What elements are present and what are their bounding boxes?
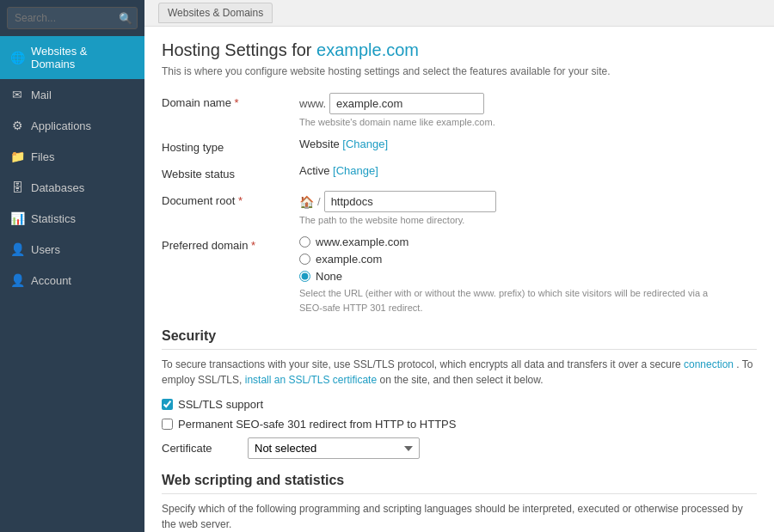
page-title-prefix: Hosting Settings for [162,40,316,59]
preferred-domain-www-radio[interactable] [299,236,310,248]
website-status-value: Active [Change] [299,164,757,177]
document-root-label: Document root * [162,191,299,207]
website-status-row: Website status Active [Change] [162,164,757,180]
search-icon: 🔍 [119,12,132,25]
sidebar-item-mail[interactable]: ✉ Mail [0,79,144,110]
home-icon: 🏠 [299,195,314,209]
sidebar-item-websites-label: Websites & Domains [31,45,134,70]
sidebar-item-users-label: Users [31,243,60,256]
account-icon: 👤 [10,273,24,287]
hosting-type-value: Website [Change] [299,138,757,150]
content-area: Hosting Settings for example.com This is… [144,27,774,532]
sidebar-item-websites[interactable]: 🌐 Websites & Domains [0,36,144,79]
sidebar-item-mail-label: Mail [31,89,52,101]
sidebar-item-statistics[interactable]: 📊 Statistics [0,203,144,234]
docroot-input[interactable] [324,191,496,212]
sidebar: 🔍 🌐 Websites & Domains ✉ Mail ⚙ Applicat… [0,0,144,532]
hosting-type-label: Hosting type [162,138,299,154]
ssl-support-row: SSL/TLS support [162,398,757,411]
chart-icon: 📊 [10,211,24,225]
domain-input[interactable] [329,93,484,114]
ssl-label: SSL/TLS support [178,398,263,411]
globe-icon: 🌐 [10,51,24,64]
preferred-domain-apex-radio[interactable] [299,254,310,265]
page-title: Hosting Settings for example.com [162,40,757,60]
page-domain: example.com [316,40,419,59]
preferred-domain-apex[interactable]: example.com [299,253,757,266]
permanent-redirect-label: Permanent SEO-safe 301 redirect from HTT… [178,418,456,431]
domain-prefix: www. [299,97,326,110]
folder-icon: 📁 [10,150,24,163]
website-status-change[interactable]: [Change] [333,164,378,177]
hosting-type-change[interactable]: [Change] [342,138,388,150]
preferred-domain-options: www.example.com example.com None [299,235,757,283]
domain-name-label: Domain name * [162,93,299,109]
certificate-row: Certificate Not selected [162,437,757,459]
domain-hint: The website's domain name like example.c… [299,117,757,127]
website-status-label: Website status [162,164,299,180]
breadcrumb: Websites & Domains [144,0,774,27]
sidebar-item-databases-label: Databases [31,181,84,194]
ssl-checkbox[interactable] [162,399,173,410]
preferred-domain-row: Preferred domain * www.example.com examp… [162,235,757,315]
document-root-value: 🏠 / The path to the website home directo… [299,191,757,225]
sidebar-item-databases[interactable]: 🗄 Databases [0,172,144,203]
sidebar-item-applications[interactable]: ⚙ Applications [0,110,144,141]
main-content: Websites & Domains Hosting Settings for … [144,0,774,532]
web-scripting-section-header: Web scripting and statistics [162,473,757,494]
breadcrumb-item[interactable]: Websites & Domains [158,3,273,23]
domain-name-value: www. The website's domain name like exam… [299,93,757,127]
hosting-type-row: Hosting type Website [Change] [162,138,757,154]
mail-icon: ✉ [10,88,24,101]
certificate-label: Certificate [162,442,239,455]
sidebar-item-statistics-label: Statistics [31,212,76,225]
sidebar-item-files-label: Files [31,150,54,163]
domain-name-row: Domain name * www. The website's domain … [162,93,757,127]
permanent-redirect-row: Permanent SEO-safe 301 redirect from HTT… [162,418,757,431]
preferred-domain-label: Preferred domain * [162,235,299,252]
sidebar-item-files[interactable]: 📁 Files [0,141,144,172]
sidebar-item-users[interactable]: 👤 Users [0,234,144,265]
preferred-domain-none-radio[interactable] [299,271,310,282]
install-cert-link[interactable]: install an SSL/TLS certificate [245,374,377,386]
sidebar-item-applications-label: Applications [31,119,91,132]
database-icon: 🗄 [10,180,24,194]
certificate-select[interactable]: Not selected [248,437,420,459]
page-subtitle: This is where you configure website host… [162,65,757,77]
security-description: To secure transactions with your site, u… [162,357,757,388]
document-root-row: Document root * 🏠 / The path to the webs… [162,191,757,225]
sidebar-item-account-label: Account [31,274,71,287]
preferred-domain-www[interactable]: www.example.com [299,235,757,248]
web-scripting-description: Specify which of the following programmi… [162,501,757,532]
permanent-redirect-checkbox[interactable] [162,419,173,430]
search-container: 🔍 [0,0,144,36]
preferred-domain-value: www.example.com example.com None Select … [299,235,757,315]
sidebar-item-account[interactable]: 👤 Account [0,265,144,296]
docroot-hint: The path to the website home directory. [299,215,757,225]
connection-link[interactable]: connection [684,358,734,370]
security-section-header: Security [162,328,757,350]
gear-icon: ⚙ [10,119,24,132]
preferred-domain-hint: Select the URL (either with or without t… [299,286,712,315]
preferred-domain-none[interactable]: None [299,270,757,283]
users-icon: 👤 [10,242,24,256]
